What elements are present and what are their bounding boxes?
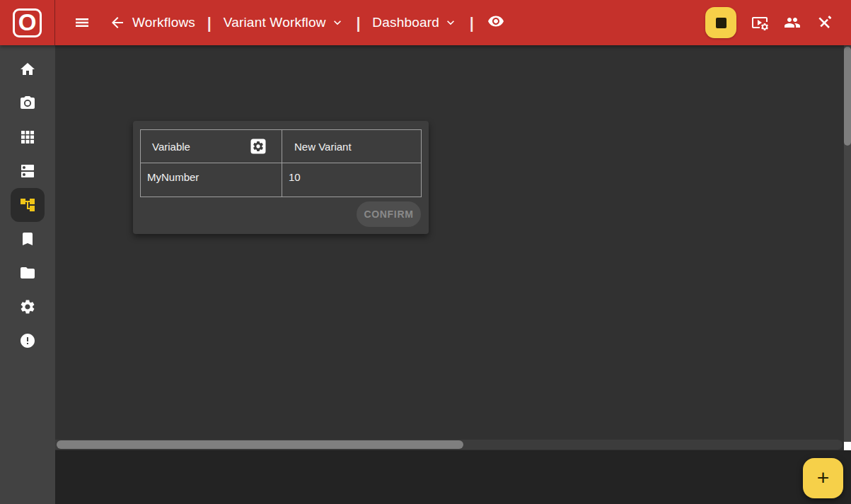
edit-off-icon[interactable] [816, 14, 833, 31]
sidebar-item-camera[interactable] [11, 86, 45, 120]
error-icon [19, 332, 36, 349]
variable-name-cell[interactable]: MyNumber [141, 163, 282, 197]
horizontal-scrollbar-thumb[interactable] [57, 440, 463, 449]
stop-button[interactable] [705, 7, 736, 38]
top-app-bar: O Workflows | Variant Workflow | Dashboa… [0, 0, 851, 45]
table-row: MyNumber 10 [141, 163, 422, 197]
people-icon[interactable] [783, 14, 801, 31]
arrow-back-icon[interactable] [109, 14, 126, 31]
eye-icon [487, 13, 504, 30]
variant-table: Variable New Variant MyNumber 10 [140, 129, 422, 197]
video-settings-icon[interactable] [751, 14, 768, 31]
logo-letter: O [18, 11, 37, 34]
topbar-actions [705, 7, 851, 38]
horizontal-scrollbar-track[interactable] [55, 440, 843, 450]
settings-applications-icon[interactable] [250, 138, 267, 155]
dashboard-selector-dropdown[interactable]: Dashboard [372, 15, 458, 30]
hamburger-menu-icon[interactable] [74, 14, 91, 31]
separator: | [470, 13, 474, 31]
variable-header-label: Variable [152, 141, 190, 153]
sidebar-item-home[interactable] [11, 52, 45, 86]
sidebar-item-alerts[interactable] [11, 324, 45, 358]
bottom-panel [55, 450, 851, 504]
table-header-row: Variable New Variant [141, 130, 422, 163]
app-logo[interactable]: O [0, 0, 55, 45]
vertical-scrollbar-thumb[interactable] [844, 47, 851, 146]
add-fab-button[interactable]: + [803, 458, 843, 498]
sidebar-item-files[interactable] [11, 256, 45, 290]
dashboard-canvas: Variable New Variant MyNumber 10 CONFI [55, 45, 851, 504]
separator: | [357, 13, 361, 31]
bookmark-icon [19, 230, 36, 247]
separator: | [207, 13, 212, 31]
scrollbar-corner [844, 442, 851, 450]
sidebar-item-apps[interactable] [11, 120, 45, 154]
vertical-scrollbar-track[interactable] [844, 45, 851, 442]
header-cell-new-variant: New Variant [282, 130, 422, 163]
sidebar-item-dns[interactable] [11, 154, 45, 188]
logo-frame: O [13, 8, 42, 37]
plus-icon: + [817, 467, 830, 488]
apps-grid-icon [19, 129, 36, 146]
sidebar-item-bookmarks[interactable] [11, 222, 45, 256]
workflow-tree-icon [19, 197, 36, 213]
dashboard-selector-value: Dashboard [372, 15, 439, 30]
preview-button[interactable] [487, 13, 504, 33]
workflow-selector-value: Variant Workflow [224, 15, 326, 30]
workflow-selector-dropdown[interactable]: Variant Workflow [224, 15, 345, 30]
sidebar-item-settings[interactable] [11, 290, 45, 324]
workflows-breadcrumb[interactable]: Workflows [132, 15, 195, 30]
stop-icon [716, 18, 726, 28]
left-icon-sidebar [0, 45, 55, 504]
confirm-button[interactable]: CONFIRM [357, 201, 421, 227]
home-icon [19, 61, 36, 78]
new-variant-card: Variable New Variant MyNumber 10 CONFI [133, 121, 429, 234]
chevron-down-icon [330, 16, 345, 30]
camera-icon [19, 95, 36, 112]
settings-icon [19, 298, 36, 315]
variable-value-cell[interactable]: 10 [282, 163, 422, 197]
sidebar-item-workflows[interactable] [11, 188, 45, 222]
chevron-down-icon [444, 16, 458, 30]
folder-icon [19, 264, 36, 281]
dns-list-icon [19, 163, 36, 180]
header-cell-variable: Variable [141, 130, 282, 163]
